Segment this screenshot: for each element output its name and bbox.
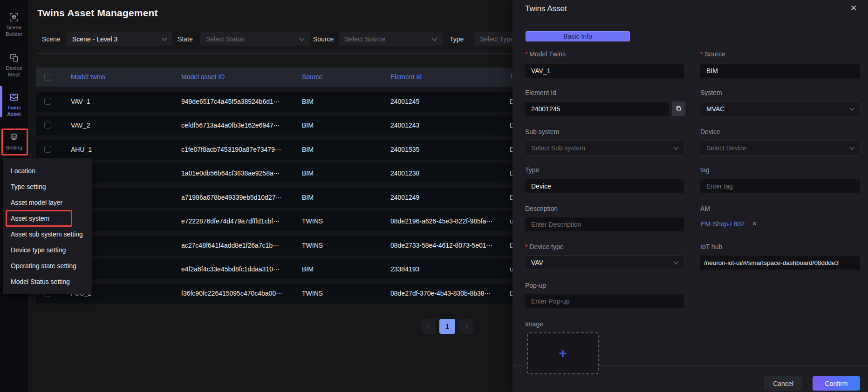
row-checkbox[interactable] [44,98,51,105]
iot-hub-label: IoT hub [700,243,722,250]
menu-item-asset-system[interactable]: Asset system [3,210,92,226]
sidebar-label: Twins [0,104,28,111]
col-model-twins[interactable]: Model twins [71,73,105,81]
model-twins-label: Model Twins [525,50,566,58]
element-id-input[interactable]: 24001245 [525,101,670,116]
sidebar-label: Device [0,65,28,71]
cell-source: BIM [302,194,314,201]
scene-filter-label: Scene [42,35,61,43]
pagination-next-button[interactable] [459,319,474,334]
sidebar-item-scene-builder[interactable]: Scene Builder [0,12,28,37]
cell-asset-id: f36fc90fc226415095c470c4ba00⋯ [181,290,282,297]
plus-icon: + [559,345,567,361]
tag-input[interactable]: Enter tag [700,179,861,194]
device-type-label: Device type [525,243,564,250]
chevron-down-icon [849,105,854,110]
cell-asset-id: e7222876dfe74d479a7dfffd1cbf⋯ [181,217,280,225]
table-row[interactable]: e7222876dfe74d479a7dfffd1cbf⋯ TWINS 08de… [36,211,513,231]
menu-item-model-status-setting[interactable]: Model Status setting [3,274,92,290]
cell-source: BIM [302,146,314,153]
tag-label: tag [700,166,709,174]
copy-button[interactable] [672,101,685,116]
popup-label: Pop-up [525,282,546,289]
image-label: Image [525,320,543,328]
remove-icon[interactable]: ✕ [752,220,757,227]
sidebar-label: Asset [0,111,28,117]
menu-item-asset-sub-system[interactable]: Asset sub system setting [3,226,92,242]
cell-element-id: 08de2733-58e4-4612-8073-5e01⋯ [390,242,493,249]
menu-item-type-setting[interactable]: Type setting [3,179,92,195]
sidebar-item-twins-asset[interactable]: Twins Asset [0,92,28,117]
cell-model-twins: VAV_1 [71,98,90,105]
pagination-page-1[interactable]: 1 [439,319,455,334]
cell-element-id: 23384193 [390,265,419,273]
cell-source: TWINS [302,217,323,225]
table-row[interactable]: VAV_1 949de6517c4a45f5a38924b6d1⋯ BIM 24… [36,92,513,112]
cell-asset-id: c1fe07f8acb7453190a87e73479⋯ [181,146,281,153]
sidebar-label: Scene [0,24,28,31]
setting-context-menu: Location Type setting Asset model layer … [3,158,92,294]
source-filter-label: Source [313,35,334,43]
cell-asset-id: 949de6517c4a45f5a38924b6d1⋯ [181,98,280,105]
menu-item-device-type-setting[interactable]: Device type setting [3,242,92,258]
source-filter-select[interactable]: Select Source [339,32,443,46]
tab-basic-info[interactable]: Basic Info [526,31,630,41]
device-select[interactable]: Select Device [700,141,861,155]
select-all-checkbox[interactable] [44,74,51,81]
state-filter-placeholder: Select Status [206,35,245,43]
image-upload-box[interactable]: + [527,332,599,374]
am-link[interactable]: EM-Shop-L802 [701,220,745,228]
table-row[interactable]: FCU_2 f36fc90fc226415095c470c4ba00⋯ TWIN… [36,284,513,304]
pagination-prev-button[interactable] [421,319,436,334]
table-row[interactable]: ac27c48f641f4add8e1f26a7c1b⋯ TWINS 08de2… [36,236,513,256]
state-filter-select[interactable]: Select Status [200,32,310,46]
type-input[interactable]: Device [525,179,684,194]
col-element-id[interactable]: Element Id [390,73,422,81]
menu-item-operating-state-setting[interactable]: Operating state setting [3,258,92,274]
system-select[interactable]: MVAC [700,101,861,116]
sidebar-label: Builder [0,31,28,37]
cell-source: TWINS [302,242,323,249]
type-value: Device [531,182,551,190]
chevron-down-icon [432,35,437,41]
row-checkbox[interactable] [44,122,51,128]
cancel-button[interactable]: Cancel [764,376,802,391]
element-id-value: 24001245 [531,105,560,113]
type-label: Type [525,166,539,174]
chevron-down-icon [162,35,167,41]
sub-system-select[interactable]: Select Sub system [525,141,684,155]
source-input[interactable]: BIM [700,63,861,78]
sidebar-item-device-mngt[interactable]: Device Mngt [0,53,28,78]
model-twins-input[interactable]: VAV_1 [525,63,684,78]
device-type-select[interactable]: VAV [525,255,684,270]
device-type-value: VAV [531,259,543,266]
twins-asset-icon [9,92,19,102]
cell-source: TWINS [302,290,323,297]
row-checkbox[interactable] [44,146,51,153]
col-source[interactable]: Source [302,73,322,81]
scene-filter-select[interactable]: Scene - Level 3 [67,32,172,46]
close-icon[interactable]: ✕ [850,3,857,13]
source-filter-placeholder: Select Source [345,35,385,43]
sidebar-item-setting[interactable]: Setting [0,132,28,151]
table-row[interactable]: e4f2a6f4c33e45bd8fc1ddaa310⋯ BIM 2338419… [36,259,513,279]
popup-input[interactable]: Enter Pop-up [525,294,684,309]
source-label: Source [700,50,725,58]
table-row[interactable]: AHU_1 c1fe07f8acb7453190a87e73479⋯ BIM 2… [36,140,513,160]
iot-hub-input[interactable]: /neuron-iot-ui/#/smartspace-dashboard/08… [700,255,861,270]
description-input[interactable]: Enter Description [525,217,684,232]
table-row[interactable]: a71986a678be49339eb5d10d27⋯ BIM 24001249… [36,188,513,208]
copy-icon [675,105,682,114]
table-row[interactable]: 1a01e0db56b64cf3838ae9258a⋯ BIM 24001238… [36,163,513,183]
cell-source: BIM [302,122,314,129]
cell-element-id: 08de27df-370e-4b43-830b-8b38⋯ [390,290,491,297]
table-row[interactable]: VAV_2 cefdf56713a44a0fb3e162e6947⋯ BIM 2… [36,115,513,135]
popup-placeholder: Enter Pop-up [531,297,570,305]
description-placeholder: Enter Description [531,221,581,228]
cell-model-twins: VAV_2 [71,122,90,129]
menu-item-asset-model-layer[interactable]: Asset model layer [3,195,92,210]
cell-element-id: 24001535 [390,146,419,153]
menu-item-location[interactable]: Location [3,163,92,179]
col-model-asset-id[interactable]: Model asset ID [181,73,225,81]
confirm-button[interactable]: Confirm [813,376,860,391]
